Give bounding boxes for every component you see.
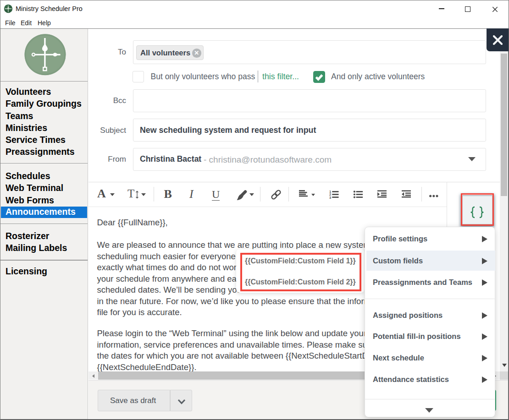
svg-text:3: 3 <box>329 195 331 199</box>
